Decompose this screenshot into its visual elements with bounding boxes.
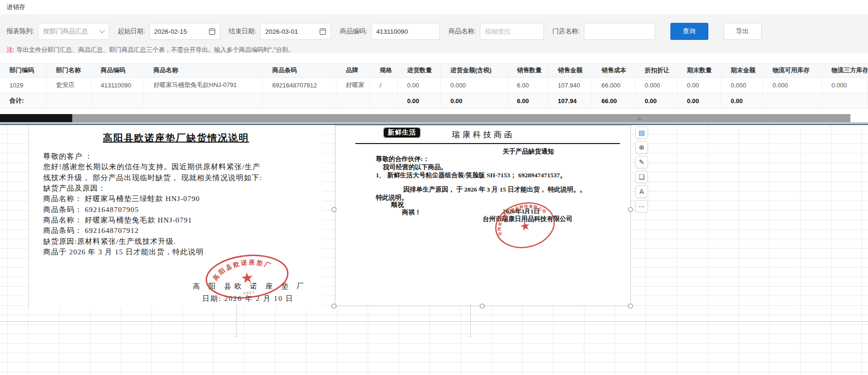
table-header-cell: 期末数量 — [677, 63, 721, 77]
report-type-select[interactable]: 按部门商品汇总 — [38, 23, 109, 40]
copy-icon[interactable]: ❏ — [635, 171, 648, 183]
product-name-label: 商品名称: — [448, 27, 476, 36]
letter-signature: 高 阳 县欧 诺 座 垫 厂 — [193, 282, 307, 291]
page-title: 进销存 — [7, 3, 25, 11]
table-row: 1029 瓮安店 413110090 好暖家马桶垫兔毛款HNJ-0791 692… — [0, 77, 868, 93]
table-cell: 0.000 — [721, 77, 763, 93]
table-cell: 好暖家马桶垫兔毛款HNJ-0791 — [144, 77, 263, 93]
store-name-input[interactable] — [584, 23, 655, 40]
table-header-cell: 折扣折让 — [635, 63, 677, 77]
report-type-value: 按部门商品汇总 — [43, 27, 88, 36]
product-code-label: 商品编码: — [340, 27, 367, 36]
table-header-cell: 期末金额 — [721, 63, 763, 77]
scrollbar-thumb[interactable] — [0, 114, 72, 122]
scrollbar-track[interactable] — [0, 114, 850, 122]
red-stamp: 台州市瑞康日用品科技有限公司 ★ — [489, 195, 561, 255]
table-total-row: 合计: 0.00 0.00 6.00 107.94 66.00 0.00 0.0… — [0, 93, 868, 109]
topbar: 进销存 — [0, 0, 868, 14]
total-cell — [144, 93, 263, 109]
selection-handle-bottom-left[interactable] — [332, 304, 336, 308]
table-cell: 好暖家 — [336, 77, 370, 93]
table-cell: 6.00 — [507, 77, 548, 93]
zoom-in-icon[interactable]: ⊕ — [635, 141, 648, 154]
start-date-input[interactable]: 2026-02-15 — [149, 23, 220, 40]
table-cell: 66.000 — [592, 77, 635, 93]
start-date-label: 起始日期: — [118, 27, 145, 36]
table-cell: 1029 — [0, 77, 47, 93]
total-cell: 6.00 — [507, 93, 548, 109]
text-style-icon[interactable]: A — [635, 185, 648, 198]
end-date-input[interactable]: 2026-03-01 — [260, 23, 331, 40]
table-header-cell: 商品编码 — [91, 63, 144, 77]
horizontal-scrollbar[interactable] — [0, 114, 868, 122]
scroll-up-arrow-icon[interactable] — [637, 117, 642, 120]
header-rule — [355, 143, 620, 144]
total-cell: 66.00 — [592, 93, 635, 109]
query-button[interactable]: 查询 — [670, 23, 708, 40]
letter-line: 1、 新鲜生活大号粘尘器组合装/笑脸版 SH-7153； 69289474715… — [376, 171, 566, 180]
end-date-label: 结束日期: — [229, 27, 257, 36]
calendar-icon[interactable] — [209, 29, 215, 35]
app-window: 进销存 报表陈列: 按部门商品汇总 起始日期: 2026-02-15 结束日期: — [0, 0, 868, 375]
letter-line: 我司经营的以下商品。 — [383, 163, 447, 172]
shortage-letter-left[interactable]: 高阳县欧诺座垫厂缺货情况说明 尊敬的客户 ： 您好!感谢您长期以来的信任与支持。… — [29, 125, 323, 308]
product-code-input[interactable] — [371, 23, 440, 40]
shortage-letter-right[interactable]: 新鲜生活 瑞康科技商函 关于产品缺货通知 尊敬的合作伙伴:： 我司经营的以下商品… — [335, 125, 631, 306]
product-name-input[interactable] — [480, 23, 544, 40]
table-header-cell: 规格 — [370, 63, 398, 77]
total-cell: 107.94 — [548, 93, 592, 109]
letter-subject: 关于产品缺货通知 — [503, 147, 554, 156]
edit-crop-icon[interactable]: ✎ — [635, 156, 648, 168]
letter-line: 商品名称： 好暖家马桶垫兔毛款 HNJ-0791 — [43, 215, 192, 225]
table-cell: 413110090 — [91, 77, 144, 93]
page-break-line — [470, 304, 471, 337]
export-button[interactable]: 导出 — [724, 23, 762, 40]
letter-title: 高阳县欧诺座垫厂缺货情况说明 — [29, 132, 323, 144]
table-header-row: 部门编码 部门名称 商品编码 商品名称 商品条码 品牌 规格 进货数量 进货金额… — [0, 63, 868, 77]
image-chart-icon[interactable]: ▤ — [635, 126, 648, 139]
letter-line: 缺货产品及原因： — [43, 183, 106, 193]
total-cell: 0.00 — [398, 93, 441, 109]
total-cell — [370, 93, 398, 109]
total-cell: 0.00 — [441, 93, 507, 109]
letter-line: 商品名称： 好暖家马桶垫三绿蛙款 HNJ-0790 — [43, 194, 200, 204]
end-date-value: 2026-03-01 — [265, 28, 298, 35]
start-date-group: 起始日期: 2026-02-15 — [118, 23, 220, 40]
table-cell: 0.00 — [398, 77, 441, 93]
total-cell — [336, 93, 370, 109]
letter-line: 尊敬的客户 ： — [43, 152, 93, 162]
floating-toolbar: ▤ ⊕ ✎ ❏ A ⋯ — [635, 126, 649, 212]
letter-line: 商品条码： 6921648707905 — [43, 205, 139, 215]
svg-text:高阳县欧诺座垫厂: 高阳县欧诺座垫厂 — [210, 256, 275, 282]
table-cell: 0.000 — [441, 77, 507, 93]
letter-date: 日期: 2026 年 2 月 10 日 — [202, 294, 294, 303]
stamp-text: 高阳县欧诺座垫厂 — [210, 256, 275, 282]
note-line: 注:导出文件分部门汇总、商品汇总、部门商品汇总三个表，不需分开导出。输入多个商品… — [7, 45, 868, 54]
table-cell: 0.000 — [635, 77, 677, 93]
selection-handle-right[interactable] — [628, 207, 633, 212]
table-header-cell: 部门编码 — [0, 63, 47, 77]
letter-line: 因排单生产原因， 于 2026 年 3 月 15 日才能出货， 特此说明。。 — [403, 185, 586, 194]
letter-line: 您好!感谢您长期以来的信任与支持。因近期供原材料紧张/生产 — [43, 162, 260, 172]
letter-date: 2026年3月1日 — [503, 207, 540, 216]
table-header-cell: 销售数量 — [507, 63, 548, 77]
letter-signature: 台州市瑞康日用品科技有限公司 — [483, 215, 572, 223]
total-cell — [763, 93, 822, 109]
calendar-icon[interactable] — [320, 29, 326, 35]
spreadsheet-area[interactable]: 高阳县欧诺座垫厂缺货情况说明 尊敬的客户 ： 您好!感谢您长期以来的信任与支持。… — [0, 125, 868, 375]
selection-handle-bottom[interactable] — [480, 304, 485, 308]
selection-handle-left[interactable] — [332, 207, 336, 212]
end-date-group: 结束日期: 2026-03-01 — [229, 23, 332, 40]
table-cell: 瓮安店 — [47, 77, 91, 93]
total-cell — [91, 93, 144, 109]
chevron-down-icon — [99, 28, 105, 33]
selection-handle-bottom-right[interactable] — [628, 304, 633, 308]
more-icon[interactable]: ⋯ — [635, 200, 648, 212]
letter-line: 线技术升级， 部分产品出现临时缺货， 现就相关情况说明如下: — [43, 173, 262, 183]
note-prefix: 注: — [7, 46, 15, 53]
product-code-group: 商品编码: — [340, 23, 440, 40]
total-cell: 0.00 — [677, 93, 721, 109]
table-header-cell: 商品名称 — [144, 63, 263, 77]
letter-line: 缺货原因:原材料紧张/生产线技术升级. — [43, 237, 176, 247]
table-cell: 0.000 — [822, 77, 868, 93]
